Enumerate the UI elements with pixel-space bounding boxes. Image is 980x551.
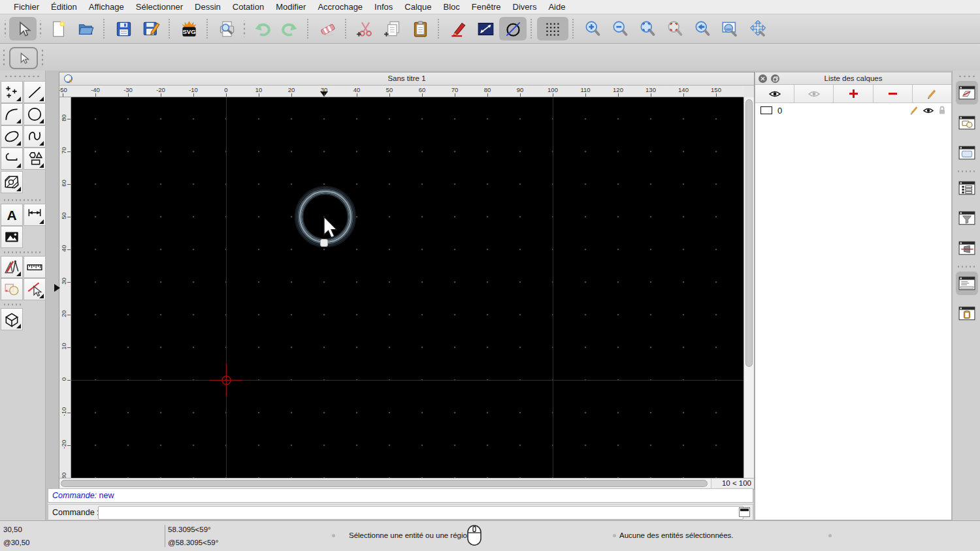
order-tool-button[interactable] xyxy=(1,278,23,300)
command-input[interactable] xyxy=(98,506,743,520)
menu-bloc[interactable]: Bloc xyxy=(437,0,465,14)
palette-drag-handle[interactable] xyxy=(3,198,43,202)
circle-tool-button[interactable] xyxy=(24,103,46,125)
layers-panel-toolbar xyxy=(755,85,951,103)
dimension-icon xyxy=(26,206,43,223)
menu-calque[interactable]: Calque xyxy=(399,0,437,14)
layer-visibility-icon[interactable] xyxy=(923,107,934,114)
library-browser-dock-button[interactable] xyxy=(956,141,978,165)
toolbar-drag-handle[interactable] xyxy=(38,20,43,37)
copy-button[interactable] xyxy=(379,17,406,40)
zoom-previous-icon xyxy=(694,20,711,38)
save-icon xyxy=(115,20,133,38)
select-entity-tool-button[interactable] xyxy=(24,278,46,300)
command-detach-button[interactable] xyxy=(739,507,750,517)
modify-tool-button[interactable] xyxy=(1,256,23,278)
current-tool-select-button[interactable] xyxy=(9,47,38,69)
layer-edit-icon[interactable] xyxy=(909,106,919,115)
grid-toggle-button[interactable] xyxy=(537,17,568,40)
line-attributes-button[interactable] xyxy=(472,17,499,40)
vertical-scrollbar[interactable] xyxy=(743,97,754,478)
save-as-button[interactable] xyxy=(137,17,165,40)
menu-affichage[interactable]: Affichage xyxy=(83,0,130,14)
zoom-pan-button[interactable] xyxy=(743,17,771,40)
menu-divers[interactable]: Divers xyxy=(507,0,543,14)
zoom-out-button[interactable] xyxy=(606,17,634,40)
delete-button[interactable] xyxy=(314,17,341,40)
cut-button[interactable] xyxy=(351,17,379,40)
palette-drag-handle[interactable] xyxy=(4,74,42,78)
zoom-in-button[interactable] xyxy=(579,17,606,40)
text-tool-button[interactable]: A xyxy=(1,204,23,226)
block-list-dock-button[interactable] xyxy=(956,111,978,134)
entity-attributes-button[interactable] xyxy=(499,17,527,40)
clipboard-dock-button[interactable] xyxy=(956,302,978,325)
layer-list-dock-button[interactable] xyxy=(956,81,978,104)
horizontal-scrollbar-thumb[interactable] xyxy=(61,480,708,487)
dock-drag-handle[interactable] xyxy=(956,265,977,268)
undo-button[interactable] xyxy=(248,17,276,40)
redo-button[interactable] xyxy=(276,17,303,40)
menu-aide[interactable]: Aide xyxy=(542,0,571,14)
spline-tool-button[interactable] xyxy=(24,125,46,148)
image-tool-button[interactable] xyxy=(1,226,23,248)
remove-layer-button[interactable] xyxy=(874,85,913,102)
print-preview-icon xyxy=(218,20,236,38)
layer-row[interactable]: 0 xyxy=(755,103,951,118)
dimension-tool-button[interactable] xyxy=(24,204,46,226)
polyline-tool-button[interactable] xyxy=(1,148,23,170)
svg-export-button[interactable]: SVG xyxy=(175,17,203,40)
menu-dessin[interactable]: Dessin xyxy=(189,0,227,14)
show-all-layers-button[interactable] xyxy=(755,85,794,102)
palette-drag-handle[interactable] xyxy=(3,303,22,306)
menu-fichier[interactable]: Fichier xyxy=(8,0,45,14)
open-file-button[interactable] xyxy=(72,17,99,40)
points-tool-button[interactable] xyxy=(1,81,23,103)
toolbar-drag-handle[interactable] xyxy=(242,20,247,37)
new-document-button[interactable] xyxy=(44,17,72,40)
save-button[interactable] xyxy=(110,17,137,40)
print-preview-button[interactable] xyxy=(213,17,240,40)
menu-edition[interactable]: Édition xyxy=(45,0,83,14)
pen-attributes-button[interactable] xyxy=(444,17,472,40)
paste-button[interactable] xyxy=(406,17,434,40)
vertical-scrollbar-thumb[interactable] xyxy=(745,99,753,367)
pen-wizard-dock-button[interactable] xyxy=(956,236,978,260)
drawing-canvas[interactable] xyxy=(71,97,743,478)
tool-options-toolbar xyxy=(0,44,980,71)
hatch-tool-button[interactable] xyxy=(1,171,23,193)
document-titlebar[interactable]: Sans titre 1 xyxy=(59,72,754,86)
command-console-dock-button[interactable] xyxy=(956,272,978,295)
add-layer-button[interactable] xyxy=(834,85,873,102)
ruler-v-label: -20 xyxy=(60,432,67,458)
horizontal-scrollbar[interactable]: 10 < 100 xyxy=(59,478,754,489)
menu-accrochage[interactable]: Accrochage xyxy=(312,0,368,14)
toolbar-drag-handle[interactable] xyxy=(41,48,44,65)
line-tool-button[interactable] xyxy=(24,81,46,103)
entity-list-dock-button[interactable] xyxy=(956,176,978,200)
selection-filter-dock-button[interactable] xyxy=(956,206,978,230)
ellipse-tool-button[interactable] xyxy=(1,125,23,148)
menu-infos[interactable]: Infos xyxy=(368,0,399,14)
palette-drag-handle[interactable] xyxy=(3,251,43,254)
solid-3d-tool-button[interactable] xyxy=(1,308,23,330)
zoom-window-button[interactable] xyxy=(716,17,743,40)
zoom-redraw-button[interactable] xyxy=(661,17,689,40)
edit-layer-button[interactable] xyxy=(913,85,951,102)
arc-tool-button[interactable] xyxy=(1,103,23,125)
hide-all-layers-button[interactable] xyxy=(794,85,834,102)
menu-fenetre[interactable]: Fenêtre xyxy=(466,0,507,14)
select-arrow-button[interactable] xyxy=(9,17,37,40)
toolbar-drag-handle[interactable] xyxy=(3,20,8,37)
toolbar-drag-handle[interactable] xyxy=(2,48,6,65)
zoom-auto-button[interactable] xyxy=(634,17,661,40)
measure-tool-button[interactable] xyxy=(24,256,46,278)
dock-drag-handle[interactable] xyxy=(958,74,976,78)
dock-drag-handle[interactable] xyxy=(956,170,977,173)
menu-selectionner[interactable]: Sélectionner xyxy=(130,0,189,14)
zoom-previous-button[interactable] xyxy=(689,17,716,40)
polygon-tool-button[interactable] xyxy=(24,148,46,170)
menu-cotation[interactable]: Cotation xyxy=(227,0,270,14)
layer-lock-icon[interactable] xyxy=(938,106,946,115)
menu-modifier[interactable]: Modifier xyxy=(270,0,312,14)
